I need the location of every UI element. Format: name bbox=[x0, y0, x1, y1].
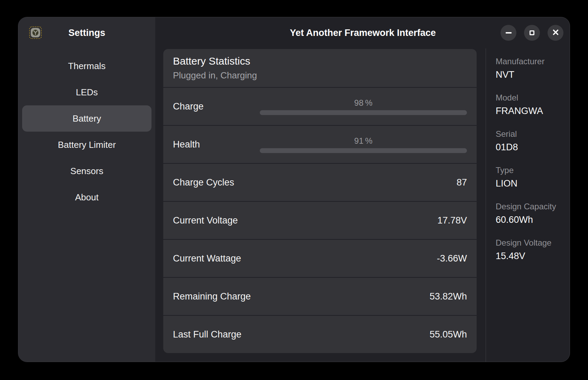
health-progressbar-track bbox=[260, 148, 467, 153]
health-progress: 91 % bbox=[260, 136, 467, 153]
serial-label: Serial bbox=[496, 129, 567, 139]
serial-value: 01D8 bbox=[496, 142, 567, 153]
app-window: Settings Thermals LEDs Battery Battery L… bbox=[18, 17, 570, 362]
current-wattage-label: Current Wattage bbox=[173, 253, 241, 264]
window-controls bbox=[500, 25, 563, 41]
last-full-charge-value: 55.05Wh bbox=[430, 329, 467, 340]
type-value: LION bbox=[496, 178, 567, 189]
maximize-button[interactable] bbox=[524, 25, 540, 41]
charge-label: Charge bbox=[173, 101, 204, 112]
content: Battery Statistics Plugged in, Charging … bbox=[155, 48, 570, 362]
design-capacity-value: 60.60Wh bbox=[496, 215, 567, 225]
app-gear-icon bbox=[29, 26, 42, 39]
battery-status-text: Plugged in, Charging bbox=[173, 70, 257, 81]
remaining-charge-value: 53.82Wh bbox=[430, 291, 467, 302]
headerbar: Yet Another Framework Interface bbox=[155, 17, 570, 48]
design-voltage-label: Design Voltage bbox=[496, 238, 567, 248]
last-full-charge-label: Last Full Charge bbox=[173, 329, 241, 340]
maximize-icon bbox=[530, 30, 534, 35]
health-row: Health 91 % bbox=[163, 125, 477, 163]
battery-stats-column: Battery Statistics Plugged in, Charging … bbox=[155, 48, 486, 362]
main-area: Yet Another Framework Interface bbox=[155, 17, 570, 362]
manufacturer-value: NVT bbox=[496, 69, 567, 80]
close-button[interactable] bbox=[548, 25, 563, 41]
charge-cycles-row: Charge Cycles 87 bbox=[163, 163, 477, 201]
sidebar-title: Settings bbox=[68, 28, 105, 38]
model-value: FRANGWA bbox=[496, 106, 567, 116]
battery-stats-card: Battery Statistics Plugged in, Charging … bbox=[163, 49, 477, 353]
battery-stats-title: Battery Statistics bbox=[173, 55, 250, 67]
charge-progressbar-track bbox=[260, 110, 467, 115]
minimize-button[interactable] bbox=[500, 25, 516, 41]
sidebar-item-sensors[interactable]: Sensors bbox=[22, 158, 151, 184]
sidebar-nav: Thermals LEDs Battery Battery Limiter Se… bbox=[18, 48, 155, 210]
charge-percent-text: 98 % bbox=[354, 98, 373, 108]
charge-cycles-label: Charge Cycles bbox=[173, 177, 234, 188]
battery-stats-header: Battery Statistics Plugged in, Charging bbox=[163, 49, 477, 87]
remaining-charge-row: Remaining Charge 53.82Wh bbox=[163, 277, 477, 315]
current-voltage-value: 17.78V bbox=[437, 215, 467, 226]
sidebar-item-thermals[interactable]: Thermals bbox=[22, 53, 151, 79]
type-label: Type bbox=[496, 165, 567, 175]
type-field: Type LION bbox=[496, 165, 567, 189]
charge-row: Charge 98 % bbox=[163, 87, 477, 125]
design-voltage-field: Design Voltage 15.48V bbox=[496, 238, 567, 262]
remaining-charge-label: Remaining Charge bbox=[173, 291, 251, 302]
battery-details-panel: Manufacturer NVT Model FRANGWA Serial 01… bbox=[486, 48, 570, 362]
sidebar-item-battery-limiter[interactable]: Battery Limiter bbox=[22, 132, 151, 158]
health-percent-text: 91 % bbox=[354, 136, 373, 146]
sidebar-item-leds[interactable]: LEDs bbox=[22, 79, 151, 105]
current-wattage-value: -3.66W bbox=[437, 253, 467, 264]
close-icon bbox=[552, 29, 559, 37]
model-field: Model FRANGWA bbox=[496, 93, 567, 116]
charge-cycles-value: 87 bbox=[457, 177, 467, 188]
serial-field: Serial 01D8 bbox=[496, 129, 567, 153]
health-label: Health bbox=[173, 139, 200, 150]
charge-progress: 98 % bbox=[260, 98, 467, 115]
current-voltage-label: Current Voltage bbox=[173, 215, 238, 226]
sidebar-header: Settings bbox=[18, 17, 155, 48]
manufacturer-field: Manufacturer NVT bbox=[496, 57, 567, 80]
sidebar-item-about[interactable]: About bbox=[22, 184, 151, 210]
minimize-icon bbox=[506, 32, 512, 34]
design-capacity-field: Design Capacity 60.60Wh bbox=[496, 202, 567, 225]
manufacturer-label: Manufacturer bbox=[496, 57, 567, 66]
design-capacity-label: Design Capacity bbox=[496, 202, 567, 211]
current-wattage-row: Current Wattage -3.66W bbox=[163, 239, 477, 277]
model-label: Model bbox=[496, 93, 567, 103]
current-voltage-row: Current Voltage 17.78V bbox=[163, 201, 477, 239]
design-voltage-value: 15.48V bbox=[496, 251, 567, 262]
sidebar: Settings Thermals LEDs Battery Battery L… bbox=[18, 17, 155, 362]
last-full-charge-row: Last Full Charge 55.05Wh bbox=[163, 315, 477, 353]
sidebar-item-battery[interactable]: Battery bbox=[22, 105, 151, 132]
